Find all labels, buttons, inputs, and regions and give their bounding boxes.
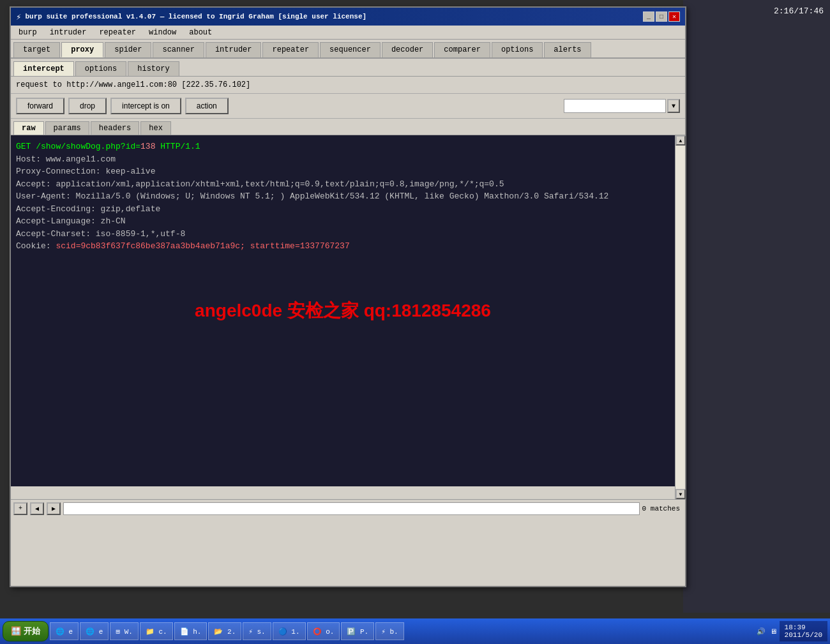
matches-label: 0 matches xyxy=(642,505,683,513)
scroll-down-button[interactable]: ▼ xyxy=(675,489,686,499)
tab-sequencer[interactable]: sequencer xyxy=(320,42,381,57)
taskbar-item-5[interactable]: 📄 h. xyxy=(174,622,207,640)
start-label: 开始 xyxy=(24,625,40,637)
watermark-text: angelc0de 安检之家 qq:1812854286 xyxy=(195,297,491,324)
req-line-2: Host: www.angel1.com xyxy=(16,153,670,166)
nav-prev-button[interactable]: ◀ xyxy=(30,502,44,515)
subtab-intercept[interactable]: intercept xyxy=(13,61,74,76)
scroll-up-button[interactable]: ▲ xyxy=(675,135,686,146)
tab-comparer[interactable]: comparer xyxy=(434,42,490,57)
subtab-history[interactable]: history xyxy=(128,61,179,76)
menu-repeater[interactable]: repeater xyxy=(94,27,141,38)
maximize-button[interactable]: □ xyxy=(656,11,667,22)
contenttab-raw[interactable]: raw xyxy=(13,121,44,135)
tab-repeater[interactable]: repeater xyxy=(262,42,319,57)
request-info: request to http://www.angel1.com:80 [222… xyxy=(11,77,685,94)
content-tabs: raw params headers hex xyxy=(11,119,685,135)
right-panel: 2:16/17:46 xyxy=(683,0,830,613)
dropdown-arrow-icon[interactable]: ▼ xyxy=(667,99,680,113)
tab-scanner[interactable]: scanner xyxy=(153,42,204,57)
right-clock: 2:16/17:46 xyxy=(774,6,824,16)
clock-date: 2011/5/20 xyxy=(785,631,822,639)
req-line-5: User-Agent: Mozilla/5.0 (Windows; U; Win… xyxy=(16,190,670,203)
contenttab-params[interactable]: params xyxy=(45,121,89,135)
taskbar-item-9[interactable]: ⭕ o. xyxy=(307,622,340,640)
tab-target[interactable]: target xyxy=(13,42,60,57)
subtab-options[interactable]: options xyxy=(75,61,126,76)
burp-titlebar: ⚡ burp suite professional v1.4.07 — lice… xyxy=(11,8,685,26)
contenttab-hex[interactable]: hex xyxy=(140,121,171,135)
minimize-button[interactable]: _ xyxy=(643,11,654,22)
close-button[interactable]: ✕ xyxy=(668,11,680,22)
taskbar-item-3[interactable]: ⊞ W. xyxy=(110,622,138,640)
clock-time: 18:39 xyxy=(785,624,822,631)
taskbar-item-4[interactable]: 📁 c. xyxy=(140,622,173,640)
burp-icon: ⚡ xyxy=(16,11,21,22)
drop-button[interactable]: drop xyxy=(68,98,107,114)
req-line-6: Accept-Encoding: gzip,deflate xyxy=(16,203,670,216)
action-row: forward drop intercept is on action ▼ xyxy=(11,94,685,119)
tab-options[interactable]: options xyxy=(492,42,543,57)
menu-intruder[interactable]: intruder xyxy=(45,27,92,38)
tab-intruder[interactable]: intruder xyxy=(206,42,262,57)
vertical-scrollbar[interactable]: ▲ ▼ xyxy=(675,135,685,499)
bottom-search-input[interactable] xyxy=(63,502,640,515)
menu-window[interactable]: window xyxy=(144,27,181,38)
start-icon: 🪟 xyxy=(11,626,21,636)
taskbar-item-7[interactable]: ⚡ s. xyxy=(243,622,271,640)
main-tabs: target proxy spider scanner intruder rep… xyxy=(11,40,685,59)
forward-button[interactable]: forward xyxy=(16,98,64,114)
content-wrapper: GET /show/showDog.php?id=138 HTTP/1.1 Ho… xyxy=(11,135,685,499)
menu-about[interactable]: about xyxy=(184,27,217,38)
req-line-9: Cookie: scid=9cb83f637fc86be387aa3bb4aeb… xyxy=(16,240,670,253)
search-dropdown: ▼ xyxy=(564,99,680,113)
req-line-1: GET /show/showDog.php?id=138 HTTP/1.1 xyxy=(16,140,670,153)
scroll-track[interactable] xyxy=(675,146,685,489)
taskbar-icons: 🔊 🖥 xyxy=(757,627,777,636)
intercept-button[interactable]: intercept is on xyxy=(110,98,181,114)
tab-alerts[interactable]: alerts xyxy=(544,42,591,57)
tab-decoder[interactable]: decoder xyxy=(382,42,433,57)
action-button[interactable]: action xyxy=(185,98,229,114)
taskbar-item-2[interactable]: 🌐 e xyxy=(80,622,109,640)
nav-next-button[interactable]: ▶ xyxy=(47,502,61,515)
menu-bar: burp intruder repeater window about xyxy=(11,26,685,40)
taskbar-right: 🔊 🖥 18:39 2011/5/20 xyxy=(757,621,827,641)
nav-plus-button[interactable]: + xyxy=(13,502,27,515)
taskbar-item-1[interactable]: 🌐 e xyxy=(50,622,79,640)
burp-title-text: burp suite professional v1.4.07 — licens… xyxy=(25,13,366,20)
burp-title-controls: _ □ ✕ xyxy=(643,11,680,22)
req-line-7: Accept-Language: zh-CN xyxy=(16,215,670,228)
request-info-text: request to http://www.angel1.com:80 [222… xyxy=(16,80,250,89)
req-line-4: Accept: application/xml,application/xhtm… xyxy=(16,178,670,191)
tab-proxy[interactable]: proxy xyxy=(61,42,103,57)
taskbar-item-11[interactable]: ⚡ b. xyxy=(375,622,404,640)
start-button[interactable]: 🪟 开始 xyxy=(3,621,49,641)
taskbar-items: 🌐 e 🌐 e ⊞ W. 📁 c. 📄 h. 📂 2. ⚡ s. 🔵 1. ⭕ … xyxy=(50,622,755,640)
req-line-3: Proxy-Connection: keep-alive xyxy=(16,165,670,178)
burp-window: ⚡ burp suite professional v1.4.07 — lice… xyxy=(10,6,686,587)
search-input[interactable] xyxy=(564,99,666,113)
bottom-bar: + ◀ ▶ 0 matches xyxy=(11,499,685,517)
request-content[interactable]: GET /show/showDog.php?id=138 HTTP/1.1 Ho… xyxy=(11,135,675,486)
req-line-8: Accept-Charset: iso-8859-1,*,utf-8 xyxy=(16,228,670,241)
tab-spider[interactable]: spider xyxy=(105,42,151,57)
taskbar: 🪟 开始 🌐 e 🌐 e ⊞ W. 📁 c. 📄 h. 📂 2. ⚡ s. 🔵 … xyxy=(0,618,830,644)
clock: 18:39 2011/5/20 xyxy=(780,621,827,641)
taskbar-item-6[interactable]: 📂 2. xyxy=(208,622,241,640)
taskbar-item-8[interactable]: 🔵 1. xyxy=(273,622,306,640)
menu-burp[interactable]: burp xyxy=(13,27,42,38)
taskbar-item-10[interactable]: 🅿️ P. xyxy=(341,622,374,640)
contenttab-headers[interactable]: headers xyxy=(91,121,139,135)
sub-tabs: intercept options history xyxy=(11,59,685,77)
